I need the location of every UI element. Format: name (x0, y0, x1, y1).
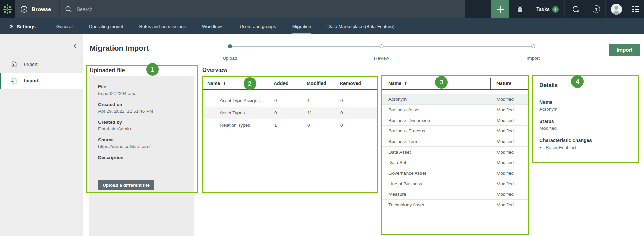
table-row[interactable]: Business Dimension Modified (381, 115, 529, 126)
step-line-complete (232, 46, 380, 47)
tab-migration[interactable]: Migration (292, 18, 312, 34)
field-value: DataLakeAdmin (98, 126, 185, 132)
field-label: Description (98, 154, 185, 161)
column-header-added[interactable]: Added (270, 81, 303, 89)
table-row[interactable]: Business Asset Modified (381, 105, 529, 115)
field-value: Apr 29, 2022, 12:51:46 PM (98, 108, 185, 114)
table-row[interactable]: Data Asset Modified (381, 147, 529, 157)
upload-different-file-button[interactable]: Upload a different file (98, 180, 154, 190)
help-button[interactable]: ? (587, 0, 605, 18)
shopping-basket-icon (516, 5, 524, 13)
table-row[interactable]: Measure Modified (381, 189, 529, 200)
apps-grid-button[interactable] (627, 0, 644, 18)
topbar-actions: + Tasks 6 ? (465, 0, 644, 18)
details-name-field: Name Acronym (539, 99, 633, 113)
field-label: File (98, 83, 185, 90)
tasks-button[interactable]: Tasks 6 (531, 0, 564, 18)
column-header-nature[interactable]: Nature (491, 81, 529, 89)
settings-label: Settings (17, 24, 35, 29)
content: Migration Import Upload Review Import Im… (83, 34, 644, 236)
person-icon (611, 4, 622, 15)
tab-users-and-groups[interactable]: Users and groups (239, 18, 276, 34)
tab-data-marketplace[interactable]: Data Marketplace (Beta Feature) (327, 18, 395, 34)
details-heading: Details (535, 82, 633, 93)
compass-icon (20, 5, 28, 13)
sidebar: Export Import (0, 34, 83, 236)
characteristic-item: • RatingEnabled (539, 144, 633, 152)
create-button[interactable]: + (491, 0, 509, 18)
settings-home[interactable]: ⚙ Settings (0, 18, 36, 34)
table-row[interactable]: Line of Business Modified (381, 178, 529, 189)
table-row[interactable]: Business Process Modified (381, 126, 529, 136)
field-value: https://demo.collibra.com/ (98, 143, 185, 150)
basket-button[interactable] (509, 0, 531, 18)
table-row[interactable]: Governance Asset Modified (381, 168, 529, 178)
browse-label: Browse (32, 6, 51, 12)
table-row[interactable]: Technology Asset Modified (381, 200, 529, 210)
search-input[interactable] (77, 6, 383, 12)
export-icon (11, 61, 17, 68)
field-label: Created by (98, 119, 185, 126)
user-menu-button[interactable] (605, 0, 627, 18)
field-label: Source (98, 137, 185, 143)
table-row[interactable]: Relation Types 1 0 0 (202, 119, 378, 131)
field-value: Modified (539, 125, 633, 132)
description-field: Description (98, 154, 185, 161)
table-row[interactable]: Asset Type Assign... 0 1 0 (202, 94, 378, 107)
tab-general[interactable]: General (56, 18, 73, 34)
field-value: Import202204.cma (98, 90, 185, 97)
created-on-field: Created on Apr 29, 2022, 12:51:46 PM (98, 101, 185, 114)
table-row[interactable]: Business Term Modified (381, 136, 529, 147)
table-row[interactable]: Asset Types 0 11 0 (202, 107, 378, 119)
field-label: Status (539, 118, 633, 125)
tasks-label: Tasks (536, 6, 550, 12)
step-label-import: Import (509, 56, 557, 61)
step-dot-import (531, 44, 535, 48)
sync-button[interactable] (564, 0, 587, 18)
table-row[interactable]: Data Set Modified (381, 157, 529, 168)
page-title: Migration Import (90, 44, 149, 53)
sidebar-collapse-button[interactable] (74, 43, 77, 49)
column-header-removed[interactable]: Removed (336, 81, 378, 89)
column-header-modified[interactable]: Modified (303, 81, 336, 89)
browse-button[interactable]: Browse (15, 0, 60, 18)
tasks-count-badge: 6 (552, 6, 559, 13)
sidebar-item-import[interactable]: Import (0, 73, 83, 89)
import-button[interactable]: Import (609, 44, 640, 56)
step-dot-upload (228, 44, 232, 48)
main-area: Export Import Migration Import Upload (0, 34, 644, 236)
step-line-upcoming (384, 46, 531, 47)
step-dot-review (380, 44, 384, 48)
uploaded-file-card: File Import202204.cma Created on Apr 29,… (89, 76, 194, 236)
tab-workflows[interactable]: Workflows (202, 18, 224, 34)
sort-asc-icon: ↑ (404, 81, 407, 86)
gear-icon: ⚙ (9, 23, 13, 30)
column-header-name[interactable]: Name ↑ (381, 78, 491, 89)
apps-grid-icon (632, 6, 639, 13)
import-icon (11, 77, 17, 84)
field-label: Characteristic changes (539, 137, 633, 144)
tab-operating-model[interactable]: Operating model (89, 18, 123, 34)
field-value: Acronym (539, 106, 633, 113)
details-panel: Details Name Acronym Status Modified Cha… (535, 82, 633, 157)
created-by-field: Created by DataLakeAdmin (98, 119, 185, 132)
field-label: Name (539, 99, 633, 106)
source-field: Source https://demo.collibra.com/ (98, 137, 185, 150)
sidebar-item-label: Import (24, 78, 39, 83)
app-logo[interactable] (0, 0, 15, 18)
changes-table-body: Acronym Modified Business Asset Modified… (381, 90, 529, 210)
annotation-badge-1: 1 (146, 63, 159, 76)
collibra-logo-icon (2, 4, 13, 14)
bullet-icon: • (539, 144, 542, 152)
topbar-strip: Browse (15, 0, 465, 18)
table-row[interactable]: Acronym Modified (381, 94, 529, 105)
changes-table: Name ↑ Nature Acronym Modified Business … (381, 75, 529, 210)
sort-asc-icon: ↑ (223, 81, 226, 86)
sidebar-item-export[interactable]: Export (0, 56, 83, 73)
column-header-name[interactable]: Name ↑ (202, 78, 270, 89)
overview-table-body: Asset Type Assign... 0 1 0 Asset Types 0… (202, 90, 378, 131)
tab-roles-and-permissions[interactable]: Roles and permissions (139, 18, 186, 34)
sidebar-item-label: Export (24, 62, 37, 67)
settings-tabs: General Operating model Roles and permis… (56, 18, 411, 34)
sync-icon (572, 5, 580, 13)
